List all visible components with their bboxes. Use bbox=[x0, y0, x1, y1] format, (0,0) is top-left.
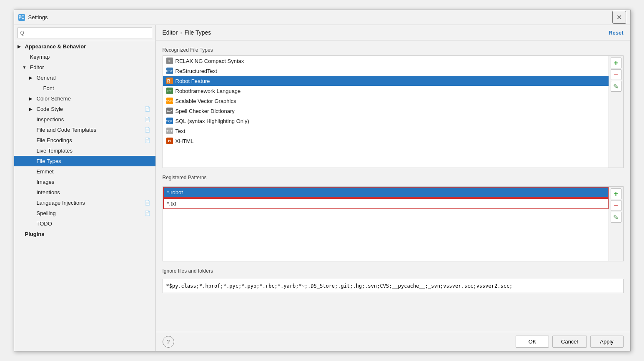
search-box bbox=[14, 25, 155, 41]
breadcrumb-separator: › bbox=[180, 29, 182, 36]
file-type-name: Robot Feature bbox=[175, 78, 210, 84]
breadcrumb-parent: Editor bbox=[163, 29, 178, 36]
file-type-icon: SQL bbox=[166, 118, 173, 124]
sidebar-item-emmet[interactable]: Emmet bbox=[14, 166, 155, 177]
sidebar-item-todo[interactable]: TODO bbox=[14, 218, 155, 229]
file-type-name: Robotframework Language bbox=[175, 88, 241, 94]
add-pattern-button[interactable]: + bbox=[611, 188, 621, 199]
list-item[interactable]: SVG Scalable Vector Graphics bbox=[163, 96, 609, 106]
pattern-value: *.robot bbox=[167, 189, 183, 196]
ignore-files-label: Ignore files and folders bbox=[163, 268, 624, 274]
sidebar-item-editor[interactable]: ▼ Editor bbox=[14, 62, 155, 73]
file-type-name: Text bbox=[175, 128, 185, 134]
sidebar-item-label: Keymap bbox=[30, 54, 50, 60]
file-type-icon: TXT bbox=[166, 128, 173, 134]
bottom-right-buttons: OK Cancel Apply bbox=[516, 336, 623, 348]
panel-header: Editor › File Types Reset bbox=[156, 25, 630, 40]
content-area: ▶ Appearance & Behavior Keymap ▼ Editor … bbox=[14, 25, 630, 351]
file-type-name: Spell Checker Dictionary bbox=[175, 108, 235, 114]
sidebar-item-general[interactable]: ▶ General bbox=[14, 73, 155, 83]
bottom-bar: ? OK Cancel Apply bbox=[156, 332, 630, 351]
list-item[interactable]: SQL SQL (syntax Highlighting Only) bbox=[163, 116, 609, 126]
reset-button[interactable]: Reset bbox=[609, 30, 623, 36]
recognized-file-types-list-container: ≈ RELAX NG Compact Syntax RST ReStructur… bbox=[163, 55, 624, 168]
recognized-file-types-list: ≈ RELAX NG Compact Syntax RST ReStructur… bbox=[163, 55, 609, 168]
pattern-value: *.txt bbox=[167, 201, 176, 207]
recognized-file-types-label: Recognized File Types bbox=[163, 47, 624, 53]
file-type-name: RELAX NG Compact Syntax bbox=[175, 58, 244, 64]
sidebar-item-label: Editor bbox=[30, 64, 44, 70]
help-button[interactable]: ? bbox=[163, 336, 174, 348]
pattern-item[interactable]: *.txt bbox=[163, 198, 609, 209]
right-panel: Editor › File Types Reset Recognized Fil… bbox=[156, 25, 630, 351]
sidebar-item-plugins[interactable]: Plugins bbox=[14, 229, 155, 239]
list-item[interactable]: ≈ RELAX NG Compact Syntax bbox=[163, 56, 609, 66]
list-item[interactable]: RST ReStructuredText bbox=[163, 66, 609, 76]
list-item[interactable]: H XHTML bbox=[163, 136, 609, 146]
edit-file-type-button[interactable]: ✎ bbox=[611, 81, 621, 92]
file-type-icon: R bbox=[166, 78, 173, 84]
window-title: Settings bbox=[28, 14, 48, 20]
list-item[interactable]: A-Z Spell Checker Dictionary bbox=[163, 106, 609, 116]
nav-badge: 📄 bbox=[145, 211, 150, 216]
cancel-button[interactable]: Cancel bbox=[552, 336, 586, 348]
sidebar-item-label: Images bbox=[37, 179, 55, 185]
recognized-file-types-section: Recognized File Types ≈ RELAX NG Compact… bbox=[163, 47, 624, 168]
nav-badge: 📄 bbox=[145, 106, 150, 112]
sidebar-item-keymap[interactable]: Keymap bbox=[14, 52, 155, 62]
file-type-name: ReStructuredText bbox=[175, 68, 217, 74]
sidebar-item-appearance[interactable]: ▶ Appearance & Behavior bbox=[14, 41, 155, 52]
app-icon: PC bbox=[18, 14, 25, 21]
sidebar-item-file-code-templates[interactable]: File and Code Templates 📄 bbox=[14, 125, 155, 135]
ok-button[interactable]: OK bbox=[516, 336, 549, 348]
file-type-icon: RF bbox=[166, 88, 173, 94]
nav-badge: 📄 bbox=[145, 138, 150, 143]
list-item[interactable]: TXT Text bbox=[163, 126, 609, 136]
sidebar-item-file-types[interactable]: File Types bbox=[14, 156, 155, 166]
sidebar-item-label: File and Code Templates bbox=[37, 127, 97, 133]
list-item[interactable]: R Robot Feature bbox=[163, 76, 609, 86]
pattern-item[interactable]: *.robot bbox=[163, 187, 609, 198]
panel-content: Recognized File Types ≈ RELAX NG Compact… bbox=[156, 40, 630, 332]
close-button[interactable]: ✕ bbox=[612, 11, 626, 24]
sidebar-item-label: Emmet bbox=[37, 168, 54, 175]
sidebar-item-intentions[interactable]: Intentions bbox=[14, 187, 155, 198]
sidebar-item-images[interactable]: Images bbox=[14, 177, 155, 187]
sidebar-item-color-scheme[interactable]: ▶ Color Scheme bbox=[14, 93, 155, 104]
edit-pattern-button[interactable]: ✎ bbox=[611, 212, 621, 223]
sidebar-item-file-encodings[interactable]: File Encodings 📄 bbox=[14, 135, 155, 145]
sidebar-item-font[interactable]: Font bbox=[14, 83, 155, 93]
sidebar-item-label: Language Injections bbox=[37, 200, 85, 206]
apply-button[interactable]: Apply bbox=[590, 336, 624, 348]
file-type-name: XHTML bbox=[175, 138, 194, 144]
ignore-files-input[interactable] bbox=[163, 279, 624, 293]
sidebar-item-label: Color Scheme bbox=[37, 95, 71, 102]
file-type-icon: A-Z bbox=[166, 108, 173, 114]
remove-file-type-button[interactable]: − bbox=[611, 69, 621, 80]
sidebar-item-code-style[interactable]: ▶ Code Style 📄 bbox=[14, 104, 155, 114]
breadcrumb: Editor › File Types bbox=[163, 29, 211, 36]
ignore-files-section: Ignore files and folders bbox=[163, 268, 624, 293]
sidebar-item-language-injections[interactable]: Language Injections 📄 bbox=[14, 198, 155, 208]
sidebar-item-label: General bbox=[37, 75, 56, 81]
sidebar-item-label: File Types bbox=[37, 158, 61, 164]
remove-pattern-button[interactable]: − bbox=[611, 200, 621, 211]
title-bar-left: PC Settings bbox=[18, 14, 48, 21]
search-input[interactable] bbox=[18, 28, 152, 38]
registered-patterns-label: Registered Patterns bbox=[163, 175, 624, 180]
file-type-icon: SVG bbox=[166, 98, 173, 104]
sidebar-item-inspections[interactable]: Inspections 📄 bbox=[14, 114, 155, 125]
sidebar-item-live-templates[interactable]: Live Templates bbox=[14, 145, 155, 156]
sidebar-item-label: Inspections bbox=[37, 116, 64, 123]
svg-text:R: R bbox=[167, 79, 170, 83]
list-item[interactable]: RF Robotframework Language bbox=[163, 86, 609, 96]
expand-arrow: ▶ bbox=[29, 75, 34, 80]
expand-arrow: ▶ bbox=[29, 107, 34, 111]
sidebar-item-label: Plugins bbox=[25, 231, 45, 237]
add-file-type-button[interactable]: + bbox=[611, 58, 621, 68]
sidebar-item-spelling[interactable]: Spelling 📄 bbox=[14, 208, 155, 218]
expand-arrow: ▶ bbox=[18, 44, 23, 49]
sidebar: ▶ Appearance & Behavior Keymap ▼ Editor … bbox=[14, 25, 156, 351]
file-type-name: Scalable Vector Graphics bbox=[175, 98, 236, 104]
file-type-icon: H bbox=[166, 138, 173, 144]
